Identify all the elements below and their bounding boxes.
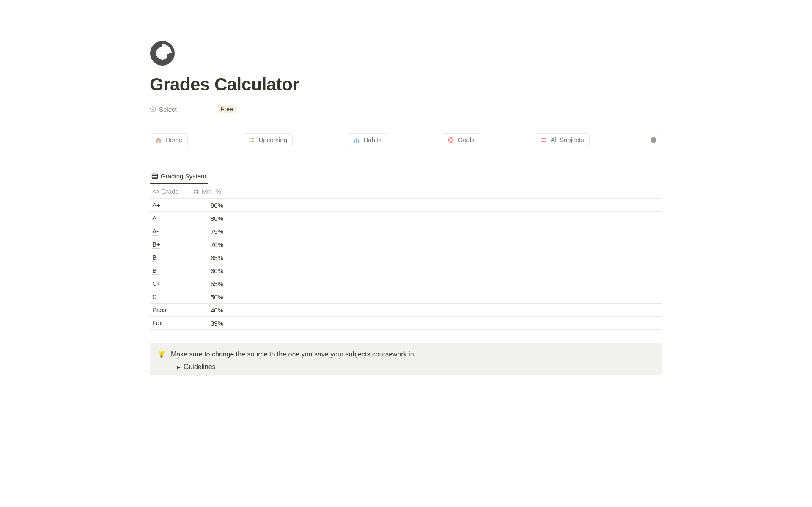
cell-min[interactable]: 50% xyxy=(189,290,662,303)
table-row[interactable]: Pass40% xyxy=(150,304,662,317)
nav-database-button[interactable] xyxy=(645,134,662,146)
cell-grade[interactable]: C xyxy=(150,290,189,303)
cell-min[interactable]: 55% xyxy=(189,277,662,290)
grade-value: Pass xyxy=(152,306,166,314)
nav-goals-button[interactable]: Goals xyxy=(442,133,480,146)
lines-icon xyxy=(540,137,547,143)
table-row[interactable]: C+55% xyxy=(150,277,662,290)
cell-grade[interactable]: Pass xyxy=(150,304,189,316)
svg-point-14 xyxy=(450,139,452,140)
nav-home-button[interactable]: Home xyxy=(150,133,188,146)
cell-grade[interactable]: C+ xyxy=(150,277,189,290)
svg-point-1 xyxy=(159,49,166,57)
properties-row: Select Free xyxy=(150,105,662,121)
target-icon xyxy=(447,137,454,143)
nav-habits-label: Habits xyxy=(363,136,381,143)
table-row[interactable]: B65% xyxy=(150,251,662,264)
svg-rect-17 xyxy=(541,141,546,142)
select-property[interactable]: Select xyxy=(150,106,216,113)
nav-row: Home Upcoming Habits xyxy=(150,133,662,146)
table-row[interactable]: A-75% xyxy=(150,225,662,238)
table-header-row: Aa Grade Min. % xyxy=(150,184,662,199)
grade-value: B+ xyxy=(152,241,160,249)
tab-grading-system[interactable]: Grading System xyxy=(150,170,208,184)
nav-upcoming-label: Upcoming xyxy=(258,136,287,143)
page-title: Grades Calculator xyxy=(150,74,662,95)
table-row[interactable]: B-60% xyxy=(150,264,662,277)
hash-icon xyxy=(193,188,200,195)
table-row[interactable]: A+90% xyxy=(150,199,662,212)
cell-grade[interactable]: A- xyxy=(150,225,189,238)
guidelines-toggle[interactable]: ▶ Guidelines xyxy=(157,363,655,371)
cell-min[interactable]: 90% xyxy=(189,199,662,211)
chevron-down-circle-icon xyxy=(150,106,156,112)
tag-free[interactable]: Free xyxy=(218,105,236,113)
svg-rect-4 xyxy=(251,138,254,139)
select-label: Select xyxy=(159,106,177,113)
grade-value: A- xyxy=(152,227,159,236)
svg-rect-19 xyxy=(152,174,158,178)
home-icon xyxy=(155,137,162,143)
svg-rect-11 xyxy=(358,139,359,143)
table-icon xyxy=(151,173,158,180)
nav-goals-label: Goals xyxy=(458,136,474,143)
column-header-min[interactable]: Min. % xyxy=(189,184,662,198)
cell-grade[interactable]: B+ xyxy=(150,238,189,251)
view-tabs: Grading System xyxy=(150,170,662,184)
grade-value: B xyxy=(152,254,156,262)
cell-min[interactable]: 80% xyxy=(189,212,662,225)
text-type-icon: Aa xyxy=(152,188,159,195)
svg-rect-15 xyxy=(541,138,546,139)
svg-rect-8 xyxy=(251,141,254,142)
column-header-min-label: Min. % xyxy=(202,188,221,195)
svg-rect-3 xyxy=(249,138,250,139)
svg-rect-9 xyxy=(354,140,355,143)
cell-grade[interactable]: A+ xyxy=(150,199,189,211)
grade-value: C xyxy=(152,293,157,301)
cell-grade[interactable]: Fail xyxy=(150,317,189,329)
svg-point-2 xyxy=(151,107,156,112)
cell-min[interactable]: 40% xyxy=(189,304,662,316)
table-row[interactable]: A80% xyxy=(150,212,662,225)
cell-min[interactable]: 65% xyxy=(189,251,662,264)
page-icon-donut xyxy=(150,41,175,66)
svg-rect-6 xyxy=(251,140,254,140)
cell-min[interactable]: 39% xyxy=(189,317,662,329)
list-icon xyxy=(248,137,255,143)
callout-text: Make sure to change the source to the on… xyxy=(171,351,414,358)
cell-min[interactable]: 60% xyxy=(189,264,662,277)
cell-min[interactable]: 70% xyxy=(189,238,662,251)
table-row[interactable]: B+70% xyxy=(150,238,662,251)
guidelines-label: Guidelines xyxy=(184,363,216,371)
column-header-grade[interactable]: Aa Grade xyxy=(150,184,189,198)
cell-min[interactable]: 75% xyxy=(189,225,662,238)
grade-value: A+ xyxy=(152,201,160,209)
grade-value: Fail xyxy=(152,319,162,327)
bar-chart-icon xyxy=(353,137,360,143)
table-row[interactable]: Fail39% xyxy=(150,317,662,330)
svg-rect-7 xyxy=(249,141,250,142)
grade-value: C+ xyxy=(152,280,161,288)
cell-grade[interactable]: B xyxy=(150,251,189,264)
column-header-grade-label: Grade xyxy=(161,188,179,195)
svg-rect-5 xyxy=(249,140,250,140)
nav-home-label: Home xyxy=(165,136,182,143)
table-row[interactable]: C50% xyxy=(150,290,662,304)
grading-table: Aa Grade Min. % A+90%A80%A-75%B+70%B65%B… xyxy=(150,184,662,330)
grade-value: B- xyxy=(152,267,159,275)
nav-upcoming-button[interactable]: Upcoming xyxy=(243,133,293,146)
nav-habits-button[interactable]: Habits xyxy=(348,133,387,146)
tab-grading-system-label: Grading System xyxy=(161,173,206,180)
toggle-triangle-icon: ▶ xyxy=(177,364,180,370)
nav-all-subjects-label: All Subjects xyxy=(551,136,584,143)
nav-all-subjects-button[interactable]: All Subjects xyxy=(535,133,589,146)
bulb-icon: 💡 xyxy=(157,350,166,358)
grade-value: A xyxy=(152,214,156,222)
database-icon xyxy=(650,137,657,143)
cell-grade[interactable]: A xyxy=(150,212,189,225)
svg-rect-10 xyxy=(356,138,357,143)
callout-block: 💡 Make sure to change the source to the … xyxy=(150,343,662,375)
svg-rect-16 xyxy=(541,140,546,140)
cell-grade[interactable]: B- xyxy=(150,264,189,277)
